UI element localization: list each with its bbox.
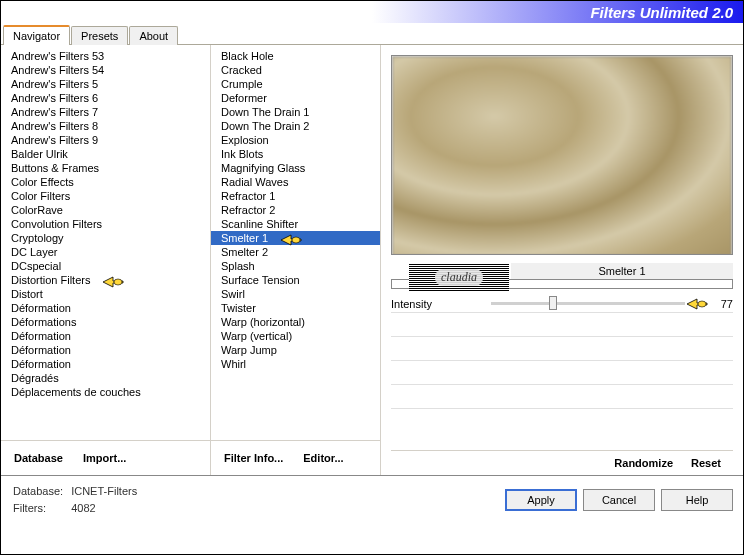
category-item[interactable]: Andrew's Filters 6 xyxy=(1,91,210,105)
apply-button[interactable]: Apply xyxy=(505,489,577,511)
app-title: Filters Unlimited 2.0 xyxy=(590,4,733,21)
filter-item[interactable]: Whirl xyxy=(211,357,380,371)
param-row-empty xyxy=(391,343,733,361)
param-row-empty xyxy=(391,367,733,385)
filter-column: Black HoleCrackedCrumpleDeformerDown The… xyxy=(211,45,381,475)
filter-item[interactable]: Radial Waves xyxy=(211,175,380,189)
reset-button[interactable]: Reset xyxy=(691,457,721,469)
footer: Database:ICNET-Filters Filters:4082 Appl… xyxy=(1,475,743,523)
footer-info: Database:ICNET-Filters Filters:4082 xyxy=(11,482,139,517)
category-item[interactable]: Déformation xyxy=(1,343,210,357)
category-column: Andrew's Filters 53Andrew's Filters 54An… xyxy=(1,45,211,475)
filter-item[interactable]: Smelter 1 xyxy=(211,231,380,245)
database-button[interactable]: Database xyxy=(5,447,72,469)
footer-buttons: Apply Cancel Help xyxy=(505,489,733,511)
preview-toolbar: Randomize Reset xyxy=(391,450,733,475)
randomize-button[interactable]: Randomize xyxy=(614,457,673,469)
selected-filter-name: Smelter 1 xyxy=(511,263,733,279)
category-item[interactable]: Andrew's Filters 8 xyxy=(1,119,210,133)
category-item[interactable]: Déformations xyxy=(1,315,210,329)
category-item[interactable]: ColorRave xyxy=(1,203,210,217)
filter-item[interactable]: Down The Drain 2 xyxy=(211,119,380,133)
param-slider[interactable] xyxy=(491,302,685,305)
param-row-empty xyxy=(391,391,733,409)
category-toolbar: Database Import... xyxy=(1,440,210,475)
category-list[interactable]: Andrew's Filters 53Andrew's Filters 54An… xyxy=(1,49,210,436)
filter-item[interactable]: Refractor 1 xyxy=(211,189,380,203)
tab-bar: Navigator Presets About xyxy=(1,23,743,45)
category-item[interactable]: Déformation xyxy=(1,329,210,343)
filter-item[interactable]: Crumple xyxy=(211,77,380,91)
param-row-empty xyxy=(391,319,733,337)
filter-item[interactable]: Warp (vertical) xyxy=(211,329,380,343)
param-label: Intensity xyxy=(391,298,491,310)
tab-about[interactable]: About xyxy=(129,26,178,45)
category-item[interactable]: Andrew's Filters 7 xyxy=(1,105,210,119)
preview-column: Smelter 1 Intensity77 Randomize Reset xyxy=(381,45,743,475)
category-item[interactable]: Cryptology xyxy=(1,231,210,245)
title-bar: Filters Unlimited 2.0 xyxy=(1,1,743,23)
tab-navigator[interactable]: Navigator xyxy=(3,25,70,45)
filter-item[interactable]: Surface Tension xyxy=(211,273,380,287)
editor-button[interactable]: Editor... xyxy=(294,447,352,469)
filter-item[interactable]: Black Hole xyxy=(211,49,380,63)
param-value: 77 xyxy=(709,298,733,310)
filter-item[interactable]: Deformer xyxy=(211,91,380,105)
filter-item[interactable]: Swirl xyxy=(211,287,380,301)
filter-item[interactable]: Twister xyxy=(211,301,380,315)
category-item[interactable]: Andrew's Filters 53 xyxy=(1,49,210,63)
filter-list[interactable]: Black HoleCrackedCrumpleDeformerDown The… xyxy=(211,49,380,436)
filter-toolbar: Filter Info... Editor... xyxy=(211,440,380,475)
param-row: Intensity77 xyxy=(391,295,733,313)
watermark: claudia xyxy=(409,263,509,291)
category-item[interactable]: Convolution Filters xyxy=(1,217,210,231)
preview-image xyxy=(392,56,732,255)
category-item[interactable]: Color Effects xyxy=(1,175,210,189)
filter-item[interactable]: Explosion xyxy=(211,133,380,147)
category-item[interactable]: Dégradés xyxy=(1,371,210,385)
category-item[interactable]: Buttons & Frames xyxy=(1,161,210,175)
import-button[interactable]: Import... xyxy=(74,447,135,469)
filter-item[interactable]: Cracked xyxy=(211,63,380,77)
cancel-button[interactable]: Cancel xyxy=(583,489,655,511)
help-button[interactable]: Help xyxy=(661,489,733,511)
filter-item[interactable]: Ink Blots xyxy=(211,147,380,161)
category-item[interactable]: Andrew's Filters 5 xyxy=(1,77,210,91)
category-item[interactable]: Andrew's Filters 9 xyxy=(1,133,210,147)
category-item[interactable]: Color Filters xyxy=(1,189,210,203)
filter-item[interactable]: Down The Drain 1 xyxy=(211,105,380,119)
main-area: Andrew's Filters 53Andrew's Filters 54An… xyxy=(1,45,743,475)
filter-item[interactable]: Magnifying Glass xyxy=(211,161,380,175)
filter-item[interactable]: Smelter 2 xyxy=(211,245,380,259)
category-item[interactable]: DCspecial xyxy=(1,259,210,273)
category-item[interactable]: Déformation xyxy=(1,301,210,315)
preview-frame xyxy=(391,55,733,255)
category-item[interactable]: Balder Ulrik xyxy=(1,147,210,161)
filterinfo-button[interactable]: Filter Info... xyxy=(215,447,292,469)
filter-item[interactable]: Refractor 2 xyxy=(211,203,380,217)
category-item[interactable]: DC Layer xyxy=(1,245,210,259)
filter-item[interactable]: Splash xyxy=(211,259,380,273)
filter-item[interactable]: Warp (horizontal) xyxy=(211,315,380,329)
filter-item[interactable]: Scanline Shifter xyxy=(211,217,380,231)
category-item[interactable]: Déformation xyxy=(1,357,210,371)
category-item[interactable]: Andrew's Filters 54 xyxy=(1,63,210,77)
tab-presets[interactable]: Presets xyxy=(71,26,128,45)
category-item[interactable]: Distortion Filters xyxy=(1,273,210,287)
category-item[interactable]: Distort xyxy=(1,287,210,301)
category-item[interactable]: Déplacements de couches xyxy=(1,385,210,399)
filter-item[interactable]: Warp Jump xyxy=(211,343,380,357)
